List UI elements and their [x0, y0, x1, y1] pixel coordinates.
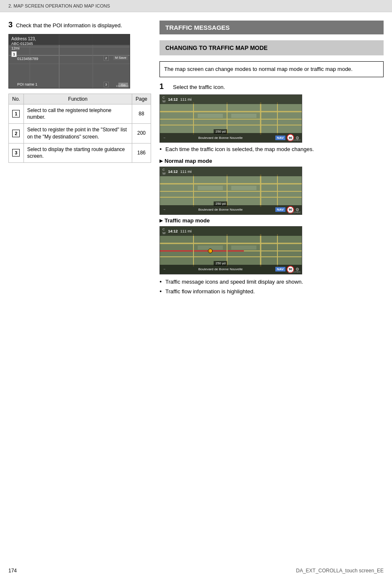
nav-btn-1[interactable]: 1 [11, 51, 17, 57]
chapter-title: 2. MAP SCREEN OPERATION AND MAP ICONS [8, 3, 110, 8]
nav-screen-inner: Address 123, ABC-012345 12mi 1 012345678… [9, 34, 130, 88]
map-screen-2: CW 14:12 111 mi 250 yd → Boulevard de Bo… [159, 167, 302, 215]
svg-rect-38 [231, 245, 256, 250]
page-number: 174 [8, 568, 17, 574]
nav-phone-number: 0123456789 [17, 57, 38, 61]
svg-point-39 [208, 249, 212, 253]
nav-address: Address 123, ABC-012345 [11, 36, 36, 47]
subsection-box: CHANGING TO TRAFFIC MAP MODE [159, 40, 384, 55]
table-cell-function: Select to register the point in the "Sto… [24, 124, 132, 144]
map1-nav-badge: NAV [275, 136, 285, 140]
section-title: TRAFFIC MESSAGES [165, 24, 230, 31]
table-cell-page: 88 [132, 104, 151, 124]
footer-label: DA_EXT_COROLLA_touch screen_EE [296, 568, 384, 574]
map2-time: 14:12 [168, 170, 178, 174]
table-cell-num: 1 [9, 104, 24, 124]
map3-top-bar: CW 14:12 111 mi [160, 227, 302, 236]
map3-compass: CW [162, 227, 166, 235]
svg-rect-17 [231, 114, 256, 118]
table-cell-function: Select to call the registered telephone … [24, 104, 132, 124]
nav-btn-2[interactable]: 2 [104, 55, 109, 61]
table-header-page: Page [132, 94, 151, 104]
traffic-map-mode-label: Traffic map mode [159, 217, 384, 224]
map-screen-1: CW 14:12 111 mi 250 yd → Boulevard de Bo… [159, 94, 302, 143]
table-row: 1Select to call the registered telephone… [9, 104, 151, 124]
normal-map-mode-label: Normal map mode [159, 158, 384, 164]
nav-distance: 12mi [11, 46, 20, 50]
map1-bottom-bar: → Boulevard de Bonne Nouvelle NAV 90 ⚙ [160, 133, 302, 142]
subsection-title: CHANGING TO TRAFFIC MAP MODE [165, 44, 268, 51]
bullet-item-3: Traffic flow information is highlighted. [159, 287, 384, 296]
map2-top-bar: CW 14:12 111 mi [160, 167, 302, 176]
right-column: TRAFFIC MESSAGES CHANGING TO TRAFFIC MAP… [159, 21, 384, 300]
map3-arrow-icon: → [162, 267, 166, 271]
nav-img-code: EN7022DC [116, 85, 129, 87]
svg-rect-27 [231, 186, 256, 190]
map2-nav-badge: NAV [275, 207, 285, 212]
nav-save-btn[interactable]: M Save [113, 55, 128, 60]
top-bar: 2. MAP SCREEN OPERATION AND MAP ICONS [0, 0, 392, 12]
map1-dist: 111 mi [180, 97, 192, 102]
map1-top-bar: CW 14:12 111 mi [160, 95, 302, 104]
step-number-3: 3 [8, 21, 13, 29]
table-row: 3Select to display the starting route gu… [9, 143, 151, 163]
step-1-text: Select the traffic icon. [173, 82, 225, 91]
map2-arrow-icon: → [162, 208, 166, 211]
map2-street: Boulevard de Bonne Nouvelle [198, 208, 243, 211]
step-3-text: Check that the POI information is displa… [16, 21, 122, 30]
map-screen-3: ! CW 14:12 111 mi 250 yd → Boulevard de … [159, 226, 302, 274]
svg-rect-26 [198, 186, 223, 190]
map1-arrow-icon: → [162, 136, 166, 140]
step-1-number: 1 [159, 82, 170, 91]
step-3-row: 3 Check that the POI information is disp… [8, 21, 151, 30]
table-header-no: No. [9, 94, 24, 104]
map3-street: Boulevard de Bonne Nouvelle [198, 267, 243, 271]
bullet-item-2: Traffic message icons and speed limit di… [159, 278, 384, 286]
footer: 174 DA_EXT_COROLLA_touch screen_EE [8, 568, 384, 574]
table-cell-num: 3 [9, 143, 24, 163]
map2-dist: 111 mi [180, 170, 192, 174]
map3-dist: 111 mi [180, 229, 192, 233]
table-cell-page: 186 [132, 143, 151, 163]
nav-btn-3[interactable]: 3 [104, 82, 109, 87]
num-badge: 2 [12, 130, 20, 137]
step-1-row: 1 Select the traffic icon. [159, 82, 384, 91]
map3-bottom-bar: → Boulevard de Bonne Nouvelle NAV 90 ⚙ [160, 265, 302, 274]
nav-screen-poi: Address 123, ABC-012345 12mi 1 012345678… [8, 34, 130, 89]
map3-time: 14:12 [168, 229, 178, 233]
table-cell-page: 200 [132, 124, 151, 144]
bullet-list-2: Traffic message icons and speed limit di… [159, 278, 384, 296]
table-row: 2Select to register the point in the "St… [9, 124, 151, 144]
nav-poi-name: POI name 1 [17, 82, 37, 86]
map3-code: EN7024DC [288, 271, 301, 273]
map2-compass: CW [162, 168, 166, 175]
table-cell-function: Select to display the starting route gui… [24, 143, 132, 163]
map1-time: 14:12 [168, 97, 178, 102]
bullet-item-1: Each time the traffic icon is selected, … [159, 145, 384, 154]
info-text: The map screen can change modes to norma… [164, 66, 353, 72]
left-column: 3 Check that the POI information is disp… [8, 21, 151, 300]
map1-street: Boulevard de Bonne Nouvelle [198, 136, 243, 140]
bullet-list-1: Each time the traffic icon is selected, … [159, 145, 384, 154]
table-cell-num: 2 [9, 124, 24, 144]
section-header: TRAFFIC MESSAGES [159, 21, 384, 34]
table-header-function: Function [24, 94, 132, 104]
map1-code: EN7024DC [288, 139, 301, 141]
map1-compass: CW [162, 96, 166, 103]
num-badge: 1 [12, 110, 20, 117]
poi-function-table: No. Function Page 1Select to call the re… [8, 94, 151, 163]
svg-rect-16 [198, 114, 223, 118]
num-badge: 3 [12, 149, 20, 157]
map2-bottom-bar: → Boulevard de Bonne Nouvelle NAV 90 ⚙ [160, 205, 302, 214]
map2-code: EN7024DC [288, 211, 301, 214]
map3-nav-badge: NAV [275, 267, 285, 271]
info-box: The map screen can change modes to norma… [159, 61, 384, 77]
